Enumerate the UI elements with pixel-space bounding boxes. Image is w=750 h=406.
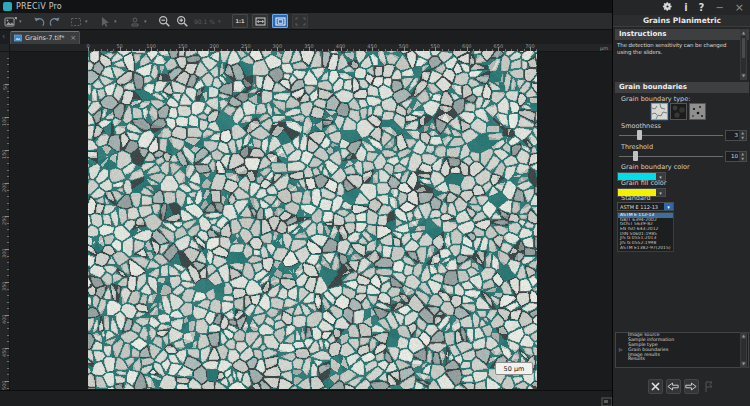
info-icon[interactable]: i <box>684 1 687 15</box>
spinner-down-icon[interactable]: ▼ <box>739 136 746 141</box>
chevron-down-icon[interactable]: ▾ <box>19 15 22 28</box>
ruler-label: 250 <box>241 44 251 49</box>
standard-option[interactable]: ASTM E1382-97(2015) <box>618 246 673 251</box>
zoom-in-button[interactable] <box>176 15 189 28</box>
image-tab-icon <box>14 34 22 42</box>
ruler-label: 300 <box>3 249 8 259</box>
roi-select-button[interactable] <box>70 15 82 28</box>
chevron-down-icon[interactable]: ▾ <box>114 15 117 28</box>
slider-handle[interactable] <box>633 151 638 161</box>
ruler-tick <box>7 77 9 78</box>
status-bar <box>0 390 612 406</box>
standard-options-list: ASTM E 112-13GB/T 6394-2002GOST 5639-82E… <box>617 212 674 252</box>
ruler-label: 150 <box>178 44 188 49</box>
ruler-label: 100 <box>3 117 8 127</box>
grain-type-light-button[interactable] <box>651 103 668 120</box>
chevron-down-icon[interactable]: ▾ <box>144 15 147 28</box>
ruler-label: 450 <box>367 44 377 49</box>
wizard-buttons <box>613 379 750 399</box>
previous-step-button[interactable] <box>666 379 681 394</box>
standard-label: Standard <box>621 195 651 202</box>
ruler-tick <box>7 190 9 191</box>
ruler-label: 550 <box>430 44 440 49</box>
ruler-tick <box>7 209 9 210</box>
ruler-label: 600 <box>462 44 472 49</box>
instructions-scrollbar[interactable]: ▲ ▼ <box>740 29 747 80</box>
undo-button[interactable] <box>33 15 45 28</box>
ruler-label: 0 <box>86 44 89 49</box>
chevron-down-icon[interactable]: ▾ <box>664 203 673 210</box>
grain-boundary-type-label: Grain boundary type: <box>621 96 690 103</box>
ruler-corner[interactable] <box>0 44 10 52</box>
ruler-label: 500 <box>399 44 409 49</box>
app-title: PRECiV Pro <box>16 2 62 11</box>
slider-track[interactable] <box>619 156 723 157</box>
ruler-tick <box>7 361 9 362</box>
ruler-tick <box>7 137 9 138</box>
ruler-label: 50 <box>116 44 122 49</box>
fit-to-screen-button[interactable] <box>272 14 288 28</box>
smoothness-spinbox[interactable]: 3 ▲▼ <box>725 130 747 141</box>
scroll-down-icon[interactable]: ▼ <box>741 361 746 367</box>
tab-bar: ‹ Grains-7.tif* × <box>0 30 612 44</box>
ruler-tick <box>7 289 9 290</box>
scroll-up-icon[interactable]: ▲ <box>741 333 746 339</box>
zoom-out-button[interactable] <box>158 15 171 28</box>
ruler-tick <box>7 262 9 263</box>
ruler-tick <box>7 308 9 309</box>
ruler-tick <box>7 110 9 111</box>
cancel-button[interactable] <box>648 379 663 394</box>
ruler-tick <box>7 229 9 230</box>
standard-select[interactable]: ASTM E 112-13 ▾ <box>617 202 674 211</box>
ruler-tick <box>7 275 9 276</box>
ruler-label: 200 <box>209 44 219 49</box>
ruler-tick <box>7 355 9 356</box>
scroll-up-icon[interactable]: ▲ <box>741 30 746 36</box>
ruler-label: 250 <box>3 216 8 226</box>
scale-bar: 50 µm <box>495 362 533 375</box>
ruler-tick <box>7 71 9 72</box>
scrollbar-thumb[interactable] <box>742 38 745 58</box>
ruler-label: 450 <box>3 348 8 358</box>
spinner-down-icon[interactable]: ▼ <box>739 157 746 162</box>
micrograph-image[interactable] <box>88 51 537 389</box>
slider-track[interactable] <box>619 135 723 136</box>
ruler-label: 350 <box>3 282 8 292</box>
slider-handle[interactable] <box>637 130 642 140</box>
tab-grains-7[interactable]: Grains-7.tif* × <box>10 31 80 44</box>
redo-button[interactable] <box>49 15 61 28</box>
instructions-header[interactable]: Instructions <box>615 29 749 40</box>
steps-scrollbar[interactable]: ▲ ▼ <box>740 332 747 368</box>
fit-width-button[interactable] <box>252 14 268 28</box>
tab-close-icon[interactable]: × <box>70 33 76 44</box>
grain-type-dark-button[interactable] <box>670 103 687 120</box>
workflow-step-results[interactable]: Results <box>616 357 748 362</box>
help-icon[interactable]: ? <box>699 1 705 15</box>
ruler-label: 700 <box>525 44 535 49</box>
open-image-button[interactable] <box>4 15 17 28</box>
ruler-unit-label: µm <box>600 45 608 51</box>
chevron-down-icon[interactable]: ▾ <box>656 189 665 196</box>
fullscreen-button[interactable] <box>292 14 308 28</box>
scroll-down-icon[interactable]: ▼ <box>741 73 746 79</box>
tab-scroll-left-icon[interactable]: ‹ <box>2 32 5 42</box>
annotation-tool-button[interactable] <box>129 15 141 28</box>
ruler-label: 50 <box>3 84 8 90</box>
finish-button[interactable] <box>702 379 717 394</box>
zoom-level-select[interactable]: 90.1 % ▾ <box>194 15 220 28</box>
settings-gear-icon[interactable] <box>662 1 673 16</box>
zoom-100-button[interactable]: 1:1 <box>232 14 248 28</box>
pointer-tool-button[interactable] <box>100 15 111 28</box>
next-step-button[interactable] <box>684 379 699 394</box>
ruler-tick <box>7 176 9 177</box>
ruler-tick <box>7 124 9 125</box>
grain-type-particles-button[interactable] <box>689 103 706 120</box>
workflow-steps-list: Image sourceSample informationSample typ… <box>615 332 749 368</box>
chevron-down-icon[interactable]: ▾ <box>85 15 88 28</box>
threshold-spinbox[interactable]: 10 ▲▼ <box>725 151 747 162</box>
chevron-down-icon: ▾ <box>218 15 221 28</box>
grain-boundaries-header[interactable]: Grain boundaries <box>615 82 749 93</box>
ruler-label: 100 <box>146 44 156 49</box>
close-icon[interactable]: × <box>735 1 744 15</box>
minimize-icon[interactable]: − <box>715 1 723 15</box>
